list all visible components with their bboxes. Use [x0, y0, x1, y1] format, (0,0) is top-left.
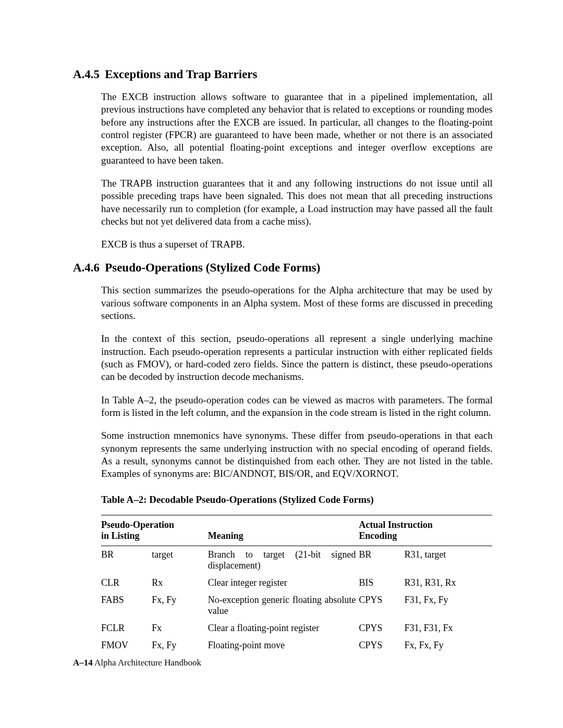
- cell-arg: Fx: [152, 620, 207, 637]
- cell-op: FMOV: [101, 637, 152, 654]
- paragraph: The EXCB instruction allows software to …: [101, 91, 493, 167]
- table-row: FABS Fx, Fy No-exception generic floatin…: [101, 591, 492, 620]
- paragraph: In the context of this section, pseudo-o…: [101, 332, 493, 383]
- page: A.4.5Exceptions and Trap Barriers The EX…: [0, 0, 563, 728]
- cell-enc: Fx, Fx, Fy: [405, 637, 492, 654]
- table-row: BR target Branch to target (21-bit signe…: [101, 546, 492, 574]
- cell-inst: CPYS: [359, 637, 405, 654]
- table-header-meaning: Meaning: [208, 515, 359, 546]
- table-row: FCLR Fx Clear a floating-point register …: [101, 620, 492, 637]
- paragraph: EXCB is thus a superset of TRAPB.: [101, 238, 493, 251]
- page-number: A–14: [73, 658, 93, 668]
- section-title: Exceptions and Trap Barriers: [105, 68, 257, 81]
- cell-inst: BR: [359, 546, 405, 574]
- cell-inst: CPYS: [359, 591, 405, 620]
- table-caption: Table A–2: Decodable Pseudo-Operations (…: [101, 494, 493, 505]
- section-number: A.4.6: [73, 261, 100, 275]
- cell-meaning: No-exception generic floating absolute v…: [208, 591, 359, 620]
- cell-enc: R31, target: [405, 546, 492, 574]
- cell-op: FABS: [101, 591, 152, 620]
- cell-inst: CPYS: [359, 620, 405, 637]
- pseudo-ops-table: Pseudo-Operation in Listing Meaning Actu…: [101, 515, 492, 654]
- cell-enc: R31, R31, Rx: [405, 574, 492, 591]
- section-heading-a46: A.4.6Pseudo-Operations (Stylized Code Fo…: [73, 261, 493, 275]
- table-header-encoding: Actual Instruction Encoding: [359, 515, 492, 546]
- section-title: Pseudo-Operations (Stylized Code Forms): [105, 261, 320, 274]
- cell-arg: Fx, Fy: [152, 637, 207, 654]
- page-footer: A–14 Alpha Architecture Handbook: [73, 658, 201, 668]
- cell-op: FCLR: [101, 620, 152, 637]
- cell-meaning: Clear a floating-point register: [208, 620, 359, 637]
- paragraph: The TRAPB instruction guarantees that it…: [101, 177, 493, 228]
- cell-arg: target: [152, 546, 207, 574]
- cell-op: CLR: [101, 574, 152, 591]
- table-row: CLR Rx Clear integer register BIS R31, R…: [101, 574, 492, 591]
- cell-op: BR: [101, 546, 152, 574]
- section-heading-a45: A.4.5Exceptions and Trap Barriers: [73, 68, 493, 81]
- cell-arg: Fx, Fy: [152, 591, 207, 620]
- table-row: FMOV Fx, Fy Floating-point move CPYS Fx,…: [101, 637, 492, 654]
- cell-inst: BIS: [359, 574, 405, 591]
- cell-enc: F31, Fx, Fy: [405, 591, 492, 620]
- section-number: A.4.5: [73, 68, 100, 81]
- cell-meaning: Clear integer register: [208, 574, 359, 591]
- cell-arg: Rx: [152, 574, 207, 591]
- paragraph: Some instruction mnemonics have synonyms…: [101, 429, 493, 480]
- table-header-pseudo-op: Pseudo-Operation in Listing: [101, 515, 208, 546]
- paragraph: In Table A–2, the pseudo-operation codes…: [101, 394, 493, 419]
- cell-meaning: Floating-point move: [208, 637, 359, 654]
- book-title: Alpha Architecture Handbook: [94, 658, 201, 668]
- paragraph: This section summarizes the pseudo-opera…: [101, 284, 493, 322]
- cell-enc: F31, F31, Fx: [405, 620, 492, 637]
- cell-meaning: Branch to target (21-bit signed displace…: [208, 546, 359, 574]
